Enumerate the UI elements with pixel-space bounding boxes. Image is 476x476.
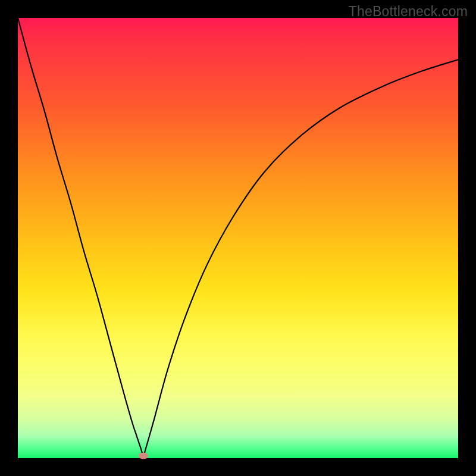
curve-svg [18,18,458,458]
min-point-marker [139,453,148,459]
chart-frame: TheBottleneck.com [0,0,476,476]
watermark-text: TheBottleneck.com [349,4,468,20]
curve-line [18,18,458,456]
plot-area [18,18,458,458]
